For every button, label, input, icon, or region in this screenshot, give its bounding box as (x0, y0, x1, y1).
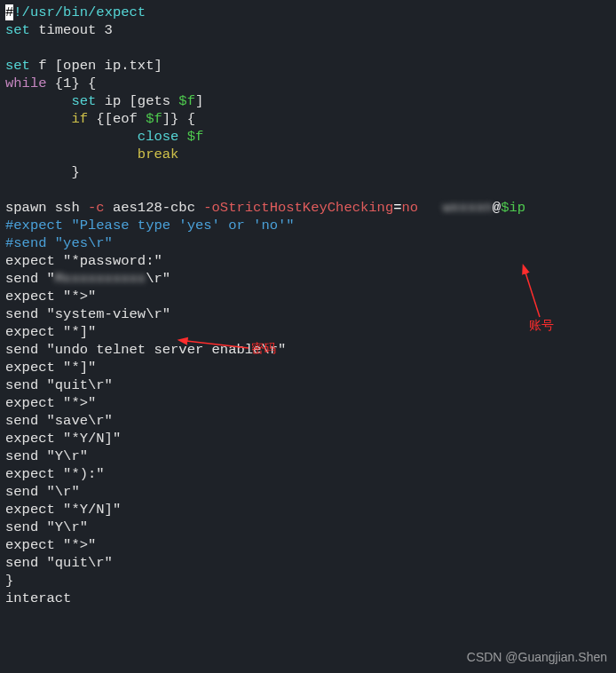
code-block: #!/usr/bin/expect set timeout 3 set f [o… (0, 0, 616, 611)
redacted-password: Mxxxxxxxxxx (55, 271, 146, 287)
watermark: CSDN @Guangjian.Shen (467, 648, 607, 666)
shebang-hash: # (5, 4, 13, 20)
redacted-username: wxxxxn (443, 200, 493, 216)
